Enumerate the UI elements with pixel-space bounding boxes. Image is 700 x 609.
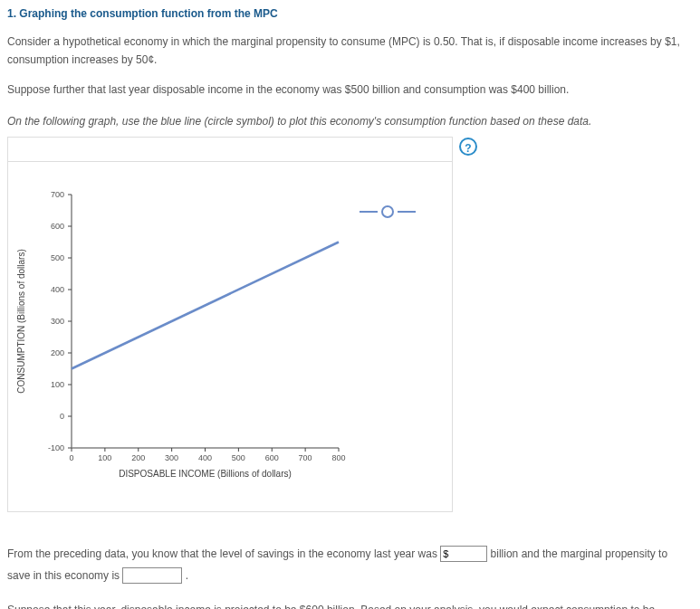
- graph-instruction: On the following graph, use the blue lin…: [7, 115, 693, 128]
- svg-text:100: 100: [98, 453, 111, 462]
- svg-text:300: 300: [165, 453, 178, 462]
- graph-toolbar: [8, 138, 452, 162]
- svg-text:500: 500: [232, 453, 245, 462]
- savings-input[interactable]: [440, 546, 487, 562]
- svg-text:800: 800: [331, 453, 345, 462]
- svg-text:-100: -100: [48, 443, 64, 452]
- svg-text:300: 300: [51, 317, 64, 326]
- fill-paragraph-1: From the preceding data, you know that t…: [7, 543, 693, 586]
- svg-text:200: 200: [131, 453, 145, 462]
- legend-circle-icon: [381, 205, 394, 218]
- svg-text:100: 100: [51, 380, 64, 389]
- svg-text:CONSUMPTION (Billions of dolla: CONSUMPTION (Billions of dollars): [16, 249, 26, 393]
- svg-text:200: 200: [51, 348, 64, 357]
- problem-title: 1. Graphing the consumption function fro…: [7, 7, 693, 20]
- graph-container: ? 0100200300400500600700800-100010020030…: [7, 137, 453, 512]
- svg-text:600: 600: [51, 222, 64, 231]
- legend-line-right: [398, 211, 416, 213]
- plot-area[interactable]: 0100200300400500600700800-10001002003004…: [8, 167, 452, 502]
- svg-text:0: 0: [60, 412, 64, 421]
- svg-text:400: 400: [51, 285, 64, 294]
- paragraph-2: Suppose further that last year disposabl…: [7, 81, 693, 99]
- legend-line-left: [360, 211, 378, 213]
- svg-text:400: 400: [198, 453, 212, 462]
- help-icon[interactable]: ?: [459, 138, 477, 156]
- svg-text:0: 0: [69, 453, 73, 462]
- svg-text:500: 500: [51, 253, 64, 262]
- svg-text:600: 600: [265, 453, 279, 462]
- svg-text:DISPOSABLE INCOME (Billions of: DISPOSABLE INCOME (Billions of dollars): [119, 469, 292, 479]
- svg-text:700: 700: [51, 190, 64, 199]
- mps-input[interactable]: [122, 567, 182, 584]
- svg-text:700: 700: [299, 453, 312, 462]
- paragraph-1: Consider a hypothetical economy in which…: [7, 33, 693, 70]
- fill-paragraph-2: Suppose that this year, disposable incom…: [7, 599, 693, 609]
- legend-draggable-series[interactable]: [360, 205, 416, 218]
